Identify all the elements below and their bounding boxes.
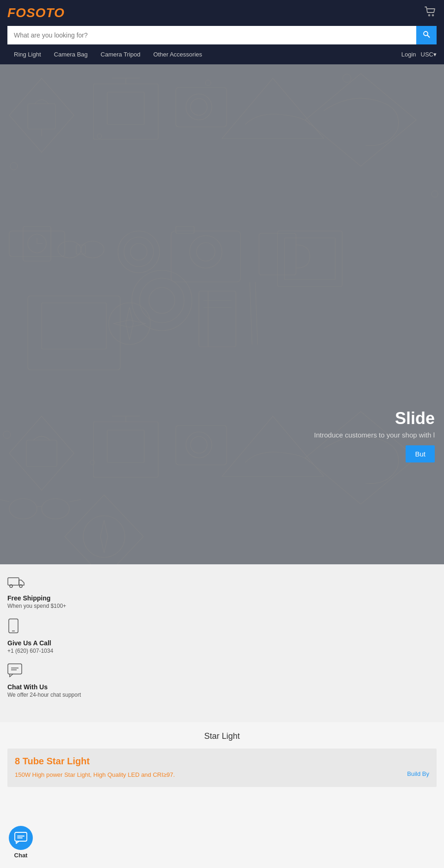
- svg-marker-58: [222, 416, 324, 476]
- svg-point-68: [10, 162, 18, 170]
- svg-point-23: [81, 241, 104, 258]
- svg-line-38: [255, 282, 258, 344]
- svg-rect-31: [176, 226, 194, 233]
- svg-point-66: [83, 516, 125, 557]
- svg-rect-5: [28, 104, 56, 129]
- info-title-shipping: Free Shipping: [7, 594, 437, 602]
- svg-point-22: [58, 241, 81, 258]
- svg-marker-42: [126, 307, 133, 340]
- hero-text-box: Slide Introduce customers to your shop w…: [314, 409, 444, 462]
- nav-bar: Ring Light Camera Bag Camera Tripod Othe…: [0, 49, 444, 64]
- info-desc-shipping: When you spend $100+: [7, 603, 100, 609]
- svg-point-69: [97, 134, 102, 138]
- svg-rect-50: [26, 440, 57, 467]
- nav-login[interactable]: Login: [401, 51, 416, 58]
- chat-info-icon: [7, 663, 437, 681]
- svg-rect-9: [107, 92, 144, 125]
- svg-marker-4: [9, 78, 74, 152]
- svg-point-57: [191, 437, 207, 453]
- nav-item-camera-bag[interactable]: Camera Bag: [48, 49, 94, 60]
- svg-point-29: [190, 236, 222, 268]
- product-title: 8 Tube Star Light: [15, 756, 429, 767]
- product-section: Star Light 8 Tube Star Light 150W High p…: [0, 722, 444, 796]
- info-item-shipping: Free Shipping When you spend $100+: [7, 575, 437, 609]
- search-bar: [0, 26, 444, 49]
- svg-rect-45: [42, 303, 106, 349]
- svg-rect-75: [8, 578, 19, 585]
- svg-marker-67: [100, 520, 108, 553]
- svg-point-41: [109, 303, 150, 344]
- search-input[interactable]: [7, 26, 416, 44]
- svg-rect-52: [107, 430, 144, 462]
- svg-point-72: [432, 191, 438, 197]
- svg-marker-49: [9, 416, 74, 490]
- svg-point-14: [191, 99, 207, 115]
- nav-item-ring-light[interactable]: Ring Light: [7, 49, 48, 60]
- svg-rect-12: [176, 87, 227, 127]
- svg-line-37: [250, 282, 252, 344]
- svg-point-48: [149, 287, 175, 313]
- product-build-by[interactable]: Build By: [407, 770, 429, 777]
- svg-point-61: [42, 499, 69, 519]
- header-top: FOSOTO: [0, 0, 444, 26]
- nav-item-camera-tripod[interactable]: Camera Tripod: [94, 49, 147, 60]
- phone-icon: [7, 618, 437, 637]
- info-item-chat: Chat With Us We offer 24-hour chat suppo…: [7, 663, 437, 698]
- hero-subtitle: Introduce customers to your shop with l: [314, 431, 435, 439]
- svg-marker-16: [305, 74, 416, 166]
- svg-point-47: [140, 278, 184, 323]
- info-title-chat: Chat With Us: [7, 683, 437, 691]
- svg-point-1: [432, 15, 434, 16]
- search-button[interactable]: [416, 26, 437, 44]
- nav-item-other-accessories[interactable]: Other Accessories: [147, 49, 209, 60]
- info-section: Free Shipping When you spend $100+ Give …: [0, 564, 444, 722]
- info-desc-phone: +1 (620) 607-1034: [7, 648, 100, 654]
- section-title: Star Light: [7, 731, 437, 741]
- svg-line-3: [427, 35, 430, 37]
- svg-rect-80: [8, 664, 22, 674]
- hero-title: Slide: [314, 409, 435, 428]
- svg-rect-33: [199, 291, 236, 347]
- logo[interactable]: FOSOTO: [7, 6, 65, 20]
- hero-illustration: [0, 64, 444, 564]
- header: FOSOTO Ring Light Camera Bag Camera Trip…: [0, 0, 444, 64]
- svg-rect-28: [171, 231, 240, 282]
- svg-point-26: [124, 237, 154, 267]
- nav-currency[interactable]: USC▾: [421, 51, 437, 58]
- svg-point-13: [186, 94, 212, 120]
- svg-rect-55: [176, 425, 227, 465]
- svg-point-27: [130, 244, 147, 260]
- svg-point-60: [9, 499, 37, 519]
- info-item-phone: Give Us A Call +1 (620) 607-1034: [7, 618, 437, 654]
- svg-point-74: [90, 460, 95, 465]
- svg-marker-15: [222, 78, 324, 138]
- svg-point-71: [343, 74, 351, 82]
- svg-point-73: [3, 431, 11, 438]
- cart-icon[interactable]: [425, 6, 437, 19]
- info-desc-chat: We offer 24-hour chat support: [7, 692, 100, 698]
- svg-marker-65: [65, 495, 143, 564]
- hero-cta-button[interactable]: But: [406, 445, 435, 462]
- product-card: 8 Tube Star Light 150W High power Star L…: [7, 749, 437, 787]
- info-title-phone: Give Us A Call: [7, 639, 437, 647]
- nav-right: Login USC▾: [401, 51, 437, 58]
- svg-line-63: [69, 500, 81, 502]
- svg-point-30: [197, 243, 215, 261]
- svg-point-46: [132, 270, 192, 331]
- hero-banner: Slide Introduce customers to your shop w…: [0, 64, 444, 564]
- svg-marker-43: [113, 320, 146, 327]
- shipping-icon: [7, 575, 437, 592]
- svg-point-56: [186, 432, 212, 458]
- svg-point-70: [205, 80, 211, 86]
- svg-point-0: [429, 15, 430, 16]
- product-description: 150W High power Star Light, High Quality…: [15, 770, 393, 780]
- svg-line-64: [0, 500, 9, 502]
